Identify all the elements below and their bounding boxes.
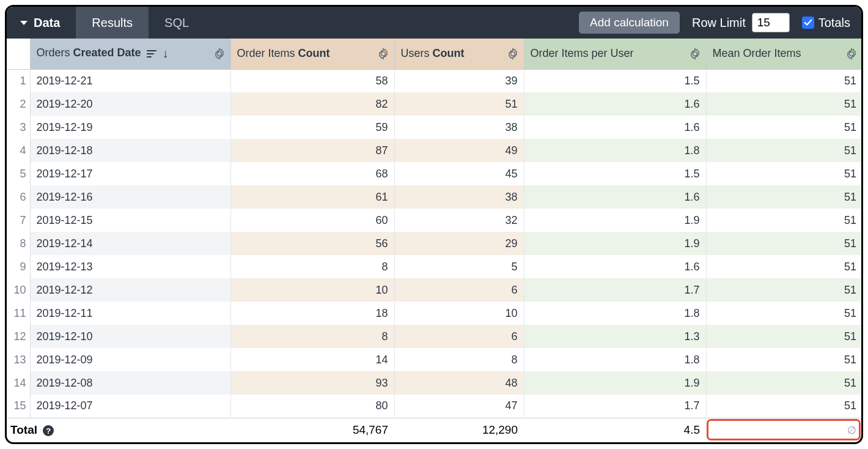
cell-date[interactable]: 2019-12-21 [30, 69, 230, 92]
col-header-users-count[interactable]: Users Count [394, 39, 524, 69]
col-header-prefix: Order Items [237, 47, 298, 59]
cell-date[interactable]: 2019-12-12 [30, 278, 230, 302]
col-header-created-date[interactable]: Orders Created Date ↓ [30, 39, 230, 69]
cell-users-count[interactable]: 6 [394, 278, 524, 302]
table-row: 102019-12-121061.751 [7, 278, 861, 302]
cell-date[interactable]: 2019-12-08 [30, 371, 230, 395]
cell-mean-order-items[interactable]: 51 [706, 325, 861, 348]
cell-items-per-user[interactable]: 1.8 [524, 302, 706, 325]
cell-mean-order-items[interactable]: 51 [706, 302, 861, 325]
cell-date[interactable]: 2019-12-09 [30, 348, 230, 371]
cell-date[interactable]: 2019-12-17 [30, 162, 230, 185]
cell-order-items-count[interactable]: 18 [230, 302, 394, 325]
cell-order-items-count[interactable]: 59 [230, 116, 394, 139]
cell-users-count[interactable]: 8 [394, 348, 524, 371]
cell-mean-order-items[interactable]: 51 [706, 69, 861, 92]
cell-date[interactable]: 2019-12-15 [30, 209, 230, 232]
cell-mean-order-items[interactable]: 51 [706, 348, 861, 371]
cell-users-count[interactable]: 38 [394, 116, 524, 139]
cell-mean-order-items[interactable]: 51 [706, 395, 861, 418]
gear-icon[interactable] [689, 48, 701, 60]
cell-items-per-user[interactable]: 1.5 [524, 69, 706, 92]
cell-order-items-count[interactable]: 58 [230, 69, 394, 92]
cell-order-items-count[interactable]: 80 [230, 395, 394, 418]
cell-users-count[interactable]: 10 [394, 302, 524, 325]
toolbar: Data Results SQL Add calculation Row Lim… [7, 7, 861, 39]
cell-order-items-count[interactable]: 82 [230, 92, 394, 116]
cell-users-count[interactable]: 39 [394, 69, 524, 92]
cell-items-per-user[interactable]: 1.3 [524, 325, 706, 348]
cell-users-count[interactable]: 45 [394, 162, 524, 185]
cell-mean-order-items[interactable]: 51 [706, 116, 861, 139]
col-header-bold: Count [298, 47, 330, 59]
cell-date[interactable]: 2019-12-11 [30, 302, 230, 325]
cell-items-per-user[interactable]: 1.7 [524, 395, 706, 418]
cell-order-items-count[interactable]: 87 [230, 139, 394, 162]
cell-date[interactable]: 2019-12-16 [30, 185, 230, 209]
cell-users-count[interactable]: 38 [394, 185, 524, 209]
cell-users-count[interactable]: 32 [394, 209, 524, 232]
cell-users-count[interactable]: 51 [394, 92, 524, 116]
cell-items-per-user[interactable]: 1.6 [524, 185, 706, 209]
cell-date[interactable]: 2019-12-20 [30, 92, 230, 116]
cell-users-count[interactable]: 5 [394, 255, 524, 278]
cell-date[interactable]: 2019-12-13 [30, 255, 230, 278]
col-header-order-items-count[interactable]: Order Items Count [230, 39, 394, 69]
cell-date[interactable]: 2019-12-19 [30, 116, 230, 139]
table-row: 132019-12-091481.851 [7, 348, 861, 371]
totals-label: Totals [818, 16, 850, 30]
cell-items-per-user[interactable]: 1.5 [524, 162, 706, 185]
tab-sql[interactable]: SQL [149, 7, 205, 39]
cell-users-count[interactable]: 48 [394, 371, 524, 395]
cell-items-per-user[interactable]: 1.6 [524, 255, 706, 278]
cell-mean-order-items[interactable]: 51 [706, 255, 861, 278]
col-header-mean-order-items[interactable]: Mean Order Items [706, 39, 861, 69]
cell-mean-order-items[interactable]: 51 [706, 162, 861, 185]
cell-order-items-count[interactable]: 14 [230, 348, 394, 371]
cell-mean-order-items[interactable]: 51 [706, 232, 861, 255]
cell-order-items-count[interactable]: 93 [230, 371, 394, 395]
gear-icon[interactable] [507, 48, 519, 60]
col-header-items-per-user[interactable]: Order Items per User [524, 39, 706, 69]
cell-order-items-count[interactable]: 60 [230, 209, 394, 232]
cell-mean-order-items[interactable]: 51 [706, 92, 861, 116]
cell-items-per-user[interactable]: 1.8 [524, 348, 706, 371]
tab-results[interactable]: Results [76, 7, 149, 39]
cell-order-items-count[interactable]: 10 [230, 278, 394, 302]
cell-items-per-user[interactable]: 1.6 [524, 116, 706, 139]
cell-items-per-user[interactable]: 1.8 [524, 139, 706, 162]
gear-icon[interactable] [213, 48, 226, 60]
gear-icon[interactable] [377, 48, 389, 60]
cell-mean-order-items[interactable]: 51 [706, 139, 861, 162]
cell-date[interactable]: 2019-12-14 [30, 232, 230, 255]
cell-mean-order-items[interactable]: 51 [706, 371, 861, 395]
tab-data[interactable]: Data [7, 7, 76, 39]
totals-checkbox[interactable] [802, 17, 814, 29]
row-limit-input[interactable] [752, 13, 790, 32]
cell-date[interactable]: 2019-12-07 [30, 395, 230, 418]
cell-items-per-user[interactable]: 1.9 [524, 209, 706, 232]
cell-order-items-count[interactable]: 68 [230, 162, 394, 185]
cell-mean-order-items[interactable]: 51 [706, 185, 861, 209]
add-calculation-button[interactable]: Add calculation [579, 12, 680, 34]
cell-order-items-count[interactable]: 8 [230, 325, 394, 348]
cell-items-per-user[interactable]: 1.9 [524, 232, 706, 255]
cell-date[interactable]: 2019-12-18 [30, 139, 230, 162]
cell-items-per-user[interactable]: 1.7 [524, 278, 706, 302]
totals-oic: 54,767 [230, 418, 394, 442]
cell-date[interactable]: 2019-12-10 [30, 325, 230, 348]
row-number: 9 [7, 255, 30, 278]
cell-users-count[interactable]: 29 [394, 232, 524, 255]
cell-users-count[interactable]: 49 [394, 139, 524, 162]
cell-users-count[interactable]: 6 [394, 325, 524, 348]
cell-users-count[interactable]: 47 [394, 395, 524, 418]
cell-order-items-count[interactable]: 61 [230, 185, 394, 209]
cell-items-per-user[interactable]: 1.9 [524, 371, 706, 395]
cell-order-items-count[interactable]: 8 [230, 255, 394, 278]
help-icon[interactable]: ? [43, 425, 54, 436]
cell-mean-order-items[interactable]: 51 [706, 209, 861, 232]
cell-mean-order-items[interactable]: 51 [706, 278, 861, 302]
cell-items-per-user[interactable]: 1.6 [524, 92, 706, 116]
cell-order-items-count[interactable]: 56 [230, 232, 394, 255]
gear-icon[interactable] [845, 48, 858, 60]
